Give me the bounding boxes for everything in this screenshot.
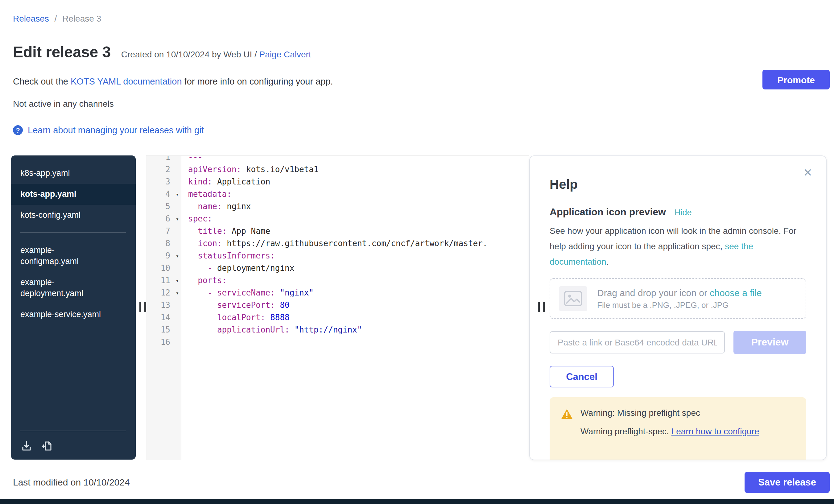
code-token: servicePort: bbox=[217, 301, 275, 310]
code-token: ports: bbox=[198, 276, 227, 285]
code-line[interactable]: servicePort: 80 bbox=[188, 299, 529, 311]
gutter-line-number: 1 bbox=[146, 155, 181, 163]
code-line[interactable]: kind: Application bbox=[188, 176, 529, 188]
help-panel-title: Help bbox=[550, 177, 806, 192]
code-line[interactable]: localPort: 8888 bbox=[188, 311, 529, 324]
code-token bbox=[290, 325, 294, 334]
gutter-line-number: 15 bbox=[146, 324, 181, 336]
help-panel: ✕ Help Application icon preview Hide See… bbox=[529, 155, 827, 460]
code-line[interactable]: icon: https://raw.githubusercontent.com/… bbox=[188, 238, 529, 250]
description-prefix: See how your application icon will look … bbox=[550, 226, 796, 251]
upload-file-icon[interactable] bbox=[20, 440, 33, 452]
help-circle-glyph: ? bbox=[16, 127, 20, 134]
gutter-line-number: 11▾ bbox=[146, 275, 181, 287]
code-line[interactable]: statusInformers: bbox=[188, 250, 529, 262]
code-token: statusInformers: bbox=[198, 251, 275, 260]
fold-arrow-icon[interactable]: ▾ bbox=[176, 213, 179, 225]
gutter-line-number: 2 bbox=[146, 163, 181, 176]
kots-yaml-doc-link[interactable]: KOTS YAML documentation bbox=[71, 76, 182, 86]
app-root: Releases / Release 3 Edit release 3 Crea… bbox=[0, 0, 834, 504]
warning-detail-prefix: Warning preflight-spec. bbox=[580, 426, 672, 436]
git-help-row: ? Learn about managing your releases wit… bbox=[13, 125, 204, 135]
help-circle-icon: ? bbox=[13, 125, 23, 135]
cancel-button[interactable]: Cancel bbox=[550, 366, 614, 388]
code-line[interactable]: --- bbox=[188, 155, 529, 163]
file-tree-item[interactable]: example-service.yaml bbox=[11, 304, 136, 325]
doc-info-line: Check out the KOTS YAML documentation fo… bbox=[13, 76, 333, 86]
icon-url-input[interactable] bbox=[550, 331, 725, 353]
yaml-editor[interactable]: 1234▾56▾789▾1011▾12▾13141516 ---apiVersi… bbox=[146, 155, 529, 460]
close-icon[interactable]: ✕ bbox=[803, 166, 812, 179]
promote-button[interactable]: Promote bbox=[763, 70, 830, 89]
code-token bbox=[188, 251, 198, 260]
gutter-line-number: 12▾ bbox=[146, 287, 181, 299]
code-line[interactable]: ports: bbox=[188, 275, 529, 287]
code-token bbox=[275, 301, 280, 310]
code-line[interactable]: name: nginx bbox=[188, 200, 529, 213]
dropzone-line1: Drag and drop your icon or choose a file bbox=[597, 287, 762, 298]
help-panel-resize-handle[interactable] bbox=[538, 302, 545, 312]
code-token: kots.io/v1beta1 bbox=[241, 165, 318, 174]
code-token: - bbox=[207, 263, 217, 273]
preview-button[interactable]: Preview bbox=[733, 331, 806, 354]
code-token: deployment/nginx bbox=[217, 263, 294, 273]
file-sidebar: k8s-app.yamlkots-app.yamlkots-config.yam… bbox=[11, 155, 136, 460]
code-line[interactable]: - deployment/nginx bbox=[188, 262, 529, 275]
icon-preview-title: Application icon preview bbox=[550, 207, 666, 218]
code-line[interactable]: title: App Name bbox=[188, 225, 529, 238]
code-token bbox=[188, 313, 217, 322]
code-token: https://raw.githubusercontent.com/cncf/a… bbox=[222, 239, 488, 248]
code-token: serviceName: bbox=[217, 288, 275, 297]
sidebar-resize-handle[interactable] bbox=[139, 302, 146, 312]
icon-dropzone[interactable]: Drag and drop your icon or choose a file… bbox=[550, 278, 806, 319]
channel-status-text: Not active in any channels bbox=[13, 99, 114, 109]
code-token bbox=[188, 202, 198, 211]
fold-arrow-icon[interactable]: ▾ bbox=[176, 188, 179, 200]
icon-url-row: Preview bbox=[550, 331, 806, 354]
choose-file-link[interactable]: choose a file bbox=[710, 287, 762, 298]
code-line[interactable]: - serviceName: "nginx" bbox=[188, 287, 529, 299]
git-releases-help-link[interactable]: Learn about managing your releases with … bbox=[28, 125, 204, 135]
fold-arrow-icon[interactable]: ▾ bbox=[176, 275, 179, 287]
author-link[interactable]: Paige Calvert bbox=[259, 49, 311, 59]
breadcrumb-releases-link[interactable]: Releases bbox=[13, 14, 49, 23]
code-token: "nginx" bbox=[280, 288, 314, 297]
code-token: icon: bbox=[198, 239, 222, 248]
gutter-line-number: 3 bbox=[146, 176, 181, 188]
code-line[interactable]: metadata: bbox=[188, 188, 529, 200]
file-tree-item[interactable]: kots-app.yaml bbox=[11, 184, 136, 205]
edit-release-page: Releases / Release 3 Edit release 3 Crea… bbox=[0, 0, 834, 504]
gutter-line-number: 8 bbox=[146, 238, 181, 250]
gutter-line-number: 7 bbox=[146, 225, 181, 238]
warning-text: Warning: Missing preflight spec Warning … bbox=[580, 408, 759, 460]
code-line[interactable]: apiVersion: kots.io/v1beta1 bbox=[188, 163, 529, 176]
code-token: metadata: bbox=[188, 190, 232, 199]
file-tree-item[interactable]: example- configmap.yaml bbox=[11, 240, 136, 272]
code-line[interactable] bbox=[188, 336, 529, 349]
gutter-line-number: 5 bbox=[146, 200, 181, 213]
save-release-button[interactable]: Save release bbox=[745, 472, 830, 493]
description-suffix: . bbox=[607, 257, 609, 266]
editor-code[interactable]: ---apiVersion: kots.io/v1beta1kind: Appl… bbox=[181, 155, 529, 460]
code-token bbox=[188, 301, 217, 310]
code-token: Application bbox=[212, 177, 270, 186]
file-tree-item[interactable]: example- deployment.yaml bbox=[11, 272, 136, 304]
code-token: localPort: bbox=[217, 313, 266, 322]
code-line[interactable]: spec: bbox=[188, 213, 529, 225]
code-token: 8888 bbox=[270, 313, 290, 322]
file-tree-item[interactable]: kots-config.yaml bbox=[11, 205, 136, 226]
code-token: App Name bbox=[227, 226, 270, 236]
code-line[interactable]: applicationUrl: "http://nginx" bbox=[188, 324, 529, 336]
code-token: --- bbox=[188, 155, 203, 162]
code-token: - bbox=[207, 288, 217, 297]
file-tree-item[interactable]: k8s-app.yaml bbox=[11, 163, 136, 184]
preflight-configure-link[interactable]: Learn how to configure bbox=[672, 426, 759, 436]
fold-arrow-icon[interactable]: ▾ bbox=[176, 250, 179, 262]
dropzone-line2: File must be a .PNG, .JPEG, or .JPG bbox=[597, 301, 762, 310]
hide-link[interactable]: Hide bbox=[675, 208, 692, 217]
breadcrumb-current: Release 3 bbox=[62, 14, 101, 23]
doc-prefix: Check out the bbox=[13, 76, 71, 86]
code-token: nginx bbox=[222, 202, 251, 211]
fold-arrow-icon[interactable]: ▾ bbox=[176, 287, 179, 299]
new-file-icon[interactable] bbox=[41, 440, 54, 452]
